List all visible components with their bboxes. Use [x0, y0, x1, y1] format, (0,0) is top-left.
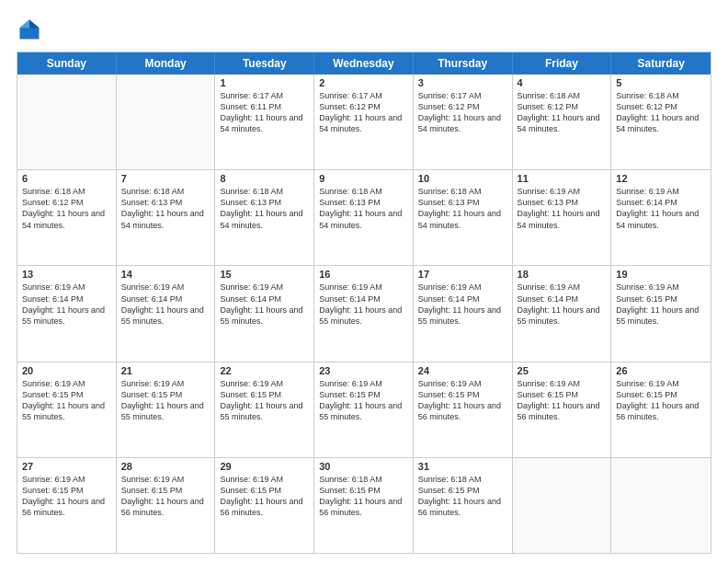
header-day-wednesday: Wednesday: [314, 52, 414, 75]
calendar-cell: 17Sunrise: 6:19 AM Sunset: 6:14 PM Dayli…: [414, 266, 513, 361]
day-number: 8: [220, 173, 309, 184]
calendar-cell: 13Sunrise: 6:19 AM Sunset: 6:14 PM Dayli…: [17, 266, 117, 361]
calendar-week-4: 20Sunrise: 6:19 AM Sunset: 6:15 PM Dayli…: [17, 362, 711, 457]
calendar-cell: 23Sunrise: 6:19 AM Sunset: 6:15 PM Dayli…: [314, 362, 414, 457]
day-number: 2: [319, 77, 408, 88]
day-number: 12: [616, 173, 706, 184]
calendar-cell: 20Sunrise: 6:19 AM Sunset: 6:15 PM Dayli…: [17, 362, 117, 457]
day-number: 13: [22, 269, 111, 280]
cell-sun-info: Sunrise: 6:18 AM Sunset: 6:15 PM Dayligh…: [319, 474, 408, 519]
day-number: 16: [319, 269, 408, 280]
calendar-cell: 5Sunrise: 6:18 AM Sunset: 6:12 PM Daylig…: [611, 75, 711, 169]
logo-icon: [17, 17, 42, 42]
cell-sun-info: Sunrise: 6:19 AM Sunset: 6:14 PM Dayligh…: [22, 282, 111, 327]
svg-marker-1: [29, 20, 40, 29]
calendar-cell: 1Sunrise: 6:17 AM Sunset: 6:11 PM Daylig…: [215, 75, 314, 169]
day-number: 20: [22, 365, 111, 376]
calendar-cell: 2Sunrise: 6:17 AM Sunset: 6:12 PM Daylig…: [314, 75, 414, 169]
logo: [17, 17, 46, 42]
day-number: 30: [319, 461, 408, 472]
calendar-cell: 22Sunrise: 6:19 AM Sunset: 6:15 PM Dayli…: [215, 362, 314, 457]
cell-sun-info: Sunrise: 6:19 AM Sunset: 6:15 PM Dayligh…: [22, 474, 111, 519]
cell-sun-info: Sunrise: 6:17 AM Sunset: 6:12 PM Dayligh…: [319, 90, 408, 135]
day-number: 25: [518, 365, 607, 376]
cell-sun-info: Sunrise: 6:19 AM Sunset: 6:15 PM Dayligh…: [220, 378, 309, 423]
cell-sun-info: Sunrise: 6:19 AM Sunset: 6:14 PM Dayligh…: [418, 282, 507, 327]
header-day-saturday: Saturday: [611, 52, 711, 75]
header-day-sunday: Sunday: [17, 52, 117, 75]
calendar-cell: 4Sunrise: 6:18 AM Sunset: 6:12 PM Daylig…: [513, 75, 612, 169]
cell-sun-info: Sunrise: 6:19 AM Sunset: 6:13 PM Dayligh…: [518, 186, 607, 231]
calendar-cell: 18Sunrise: 6:19 AM Sunset: 6:14 PM Dayli…: [513, 266, 612, 361]
svg-marker-2: [20, 20, 30, 29]
cell-sun-info: Sunrise: 6:17 AM Sunset: 6:12 PM Dayligh…: [418, 90, 507, 135]
cell-sun-info: Sunrise: 6:19 AM Sunset: 6:15 PM Dayligh…: [319, 378, 408, 423]
calendar-body: 1Sunrise: 6:17 AM Sunset: 6:11 PM Daylig…: [17, 75, 711, 553]
day-number: 27: [22, 461, 111, 472]
calendar-cell: [117, 75, 216, 169]
calendar-cell: 19Sunrise: 6:19 AM Sunset: 6:15 PM Dayli…: [611, 266, 711, 361]
day-number: 5: [616, 77, 706, 88]
cell-sun-info: Sunrise: 6:19 AM Sunset: 6:14 PM Dayligh…: [319, 282, 408, 327]
day-number: 10: [418, 173, 507, 184]
calendar-cell: [17, 75, 117, 169]
day-number: 4: [518, 77, 607, 88]
day-number: 17: [418, 269, 507, 280]
cell-sun-info: Sunrise: 6:18 AM Sunset: 6:12 PM Dayligh…: [616, 90, 706, 135]
cell-sun-info: Sunrise: 6:18 AM Sunset: 6:15 PM Dayligh…: [418, 474, 507, 519]
cell-sun-info: Sunrise: 6:19 AM Sunset: 6:15 PM Dayligh…: [616, 378, 706, 423]
cell-sun-info: Sunrise: 6:19 AM Sunset: 6:15 PM Dayligh…: [220, 474, 309, 519]
header-day-monday: Monday: [117, 52, 216, 75]
calendar-cell: 10Sunrise: 6:18 AM Sunset: 6:13 PM Dayli…: [414, 170, 513, 265]
day-number: 22: [220, 365, 309, 376]
header-day-friday: Friday: [513, 52, 612, 75]
calendar-cell: [513, 458, 612, 553]
calendar-week-3: 13Sunrise: 6:19 AM Sunset: 6:14 PM Dayli…: [17, 265, 711, 361]
calendar-cell: 8Sunrise: 6:18 AM Sunset: 6:13 PM Daylig…: [215, 170, 314, 265]
cell-sun-info: Sunrise: 6:19 AM Sunset: 6:14 PM Dayligh…: [121, 282, 210, 327]
cell-sun-info: Sunrise: 6:19 AM Sunset: 6:15 PM Dayligh…: [418, 378, 507, 423]
cell-sun-info: Sunrise: 6:19 AM Sunset: 6:15 PM Dayligh…: [22, 378, 111, 423]
day-number: 15: [220, 269, 309, 280]
day-number: 29: [220, 461, 309, 472]
calendar-cell: 6Sunrise: 6:18 AM Sunset: 6:12 PM Daylig…: [17, 170, 117, 265]
day-number: 28: [121, 461, 210, 472]
day-number: 1: [220, 77, 309, 88]
day-number: 21: [121, 365, 210, 376]
calendar-cell: 15Sunrise: 6:19 AM Sunset: 6:14 PM Dayli…: [215, 266, 314, 361]
cell-sun-info: Sunrise: 6:19 AM Sunset: 6:14 PM Dayligh…: [220, 282, 309, 327]
cell-sun-info: Sunrise: 6:18 AM Sunset: 6:12 PM Dayligh…: [518, 90, 607, 135]
day-number: 7: [121, 173, 210, 184]
header-day-thursday: Thursday: [414, 52, 513, 75]
cell-sun-info: Sunrise: 6:19 AM Sunset: 6:14 PM Dayligh…: [616, 186, 706, 231]
cell-sun-info: Sunrise: 6:18 AM Sunset: 6:13 PM Dayligh…: [121, 186, 210, 231]
calendar-cell: 25Sunrise: 6:19 AM Sunset: 6:15 PM Dayli…: [513, 362, 612, 457]
calendar-cell: 24Sunrise: 6:19 AM Sunset: 6:15 PM Dayli…: [414, 362, 513, 457]
calendar-week-5: 27Sunrise: 6:19 AM Sunset: 6:15 PM Dayli…: [17, 457, 711, 553]
calendar-cell: 30Sunrise: 6:18 AM Sunset: 6:15 PM Dayli…: [314, 458, 414, 553]
header: [17, 17, 711, 42]
cell-sun-info: Sunrise: 6:18 AM Sunset: 6:13 PM Dayligh…: [319, 186, 408, 231]
day-number: 9: [319, 173, 408, 184]
cell-sun-info: Sunrise: 6:19 AM Sunset: 6:15 PM Dayligh…: [121, 474, 210, 519]
calendar-cell: 21Sunrise: 6:19 AM Sunset: 6:15 PM Dayli…: [117, 362, 216, 457]
day-number: 19: [616, 269, 706, 280]
calendar-cell: 14Sunrise: 6:19 AM Sunset: 6:14 PM Dayli…: [117, 266, 216, 361]
day-number: 26: [616, 365, 706, 376]
calendar-cell: 3Sunrise: 6:17 AM Sunset: 6:12 PM Daylig…: [414, 75, 513, 169]
header-day-tuesday: Tuesday: [215, 52, 314, 75]
calendar-cell: 28Sunrise: 6:19 AM Sunset: 6:15 PM Dayli…: [117, 458, 216, 553]
calendar-cell: 7Sunrise: 6:18 AM Sunset: 6:13 PM Daylig…: [117, 170, 216, 265]
day-number: 6: [22, 173, 111, 184]
cell-sun-info: Sunrise: 6:19 AM Sunset: 6:15 PM Dayligh…: [616, 282, 706, 327]
calendar-cell: 29Sunrise: 6:19 AM Sunset: 6:15 PM Dayli…: [215, 458, 314, 553]
calendar-cell: 27Sunrise: 6:19 AM Sunset: 6:15 PM Dayli…: [17, 458, 117, 553]
calendar-week-1: 1Sunrise: 6:17 AM Sunset: 6:11 PM Daylig…: [17, 75, 711, 169]
calendar-cell: 9Sunrise: 6:18 AM Sunset: 6:13 PM Daylig…: [314, 170, 414, 265]
cell-sun-info: Sunrise: 6:19 AM Sunset: 6:15 PM Dayligh…: [121, 378, 210, 423]
day-number: 11: [518, 173, 607, 184]
calendar-cell: 16Sunrise: 6:19 AM Sunset: 6:14 PM Dayli…: [314, 266, 414, 361]
cell-sun-info: Sunrise: 6:18 AM Sunset: 6:13 PM Dayligh…: [418, 186, 507, 231]
calendar: SundayMondayTuesdayWednesdayThursdayFrid…: [17, 52, 711, 554]
cell-sun-info: Sunrise: 6:17 AM Sunset: 6:11 PM Dayligh…: [220, 90, 309, 135]
